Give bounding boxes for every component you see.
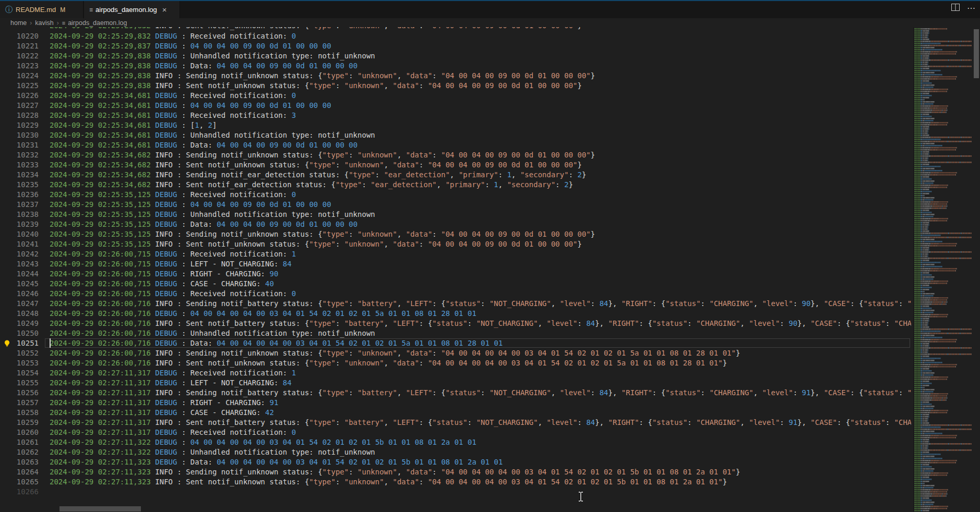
line-number: 10262 — [0, 447, 39, 457]
log-line[interactable]: 102612024-09-29 02:27:11,322 DEBUG : 04 … — [0, 437, 911, 447]
editor-pane[interactable]: 2024-09-29 02:25:29,832 INFO : Sent noti… — [0, 27, 980, 512]
breadcrumb-kavish[interactable]: kavish — [35, 19, 53, 27]
line-number: 10220 — [0, 31, 39, 41]
horizontal-scrollbar-thumb[interactable] — [59, 506, 141, 511]
tab-readme[interactable]: ⓘ README.md M — [0, 1, 83, 18]
line-number: 10224 — [0, 71, 39, 81]
log-line[interactable]: 102642024-09-29 02:27:11,323 INFO : Send… — [0, 467, 911, 477]
vscode-window: ⓘ README.md M ≡ airpods_daemon.log × ⋯ h… — [0, 0, 980, 512]
log-line[interactable]: 102592024-09-29 02:27:11,317 INFO : Sent… — [0, 418, 911, 428]
log-line[interactable]: 102582024-09-29 02:27:11,317 DEBUG : CAS… — [0, 408, 911, 418]
log-line[interactable]: 102232024-09-29 02:25:29,838 DEBUG : Dat… — [0, 61, 911, 71]
breadcrumb-home[interactable]: home — [10, 19, 27, 27]
log-line[interactable]: 102212024-09-29 02:25:29,837 DEBUG : 04 … — [0, 41, 911, 51]
log-line[interactable]: 102452024-09-29 02:26:00,715 DEBUG : CAS… — [0, 279, 911, 289]
minimap[interactable] — [914, 27, 972, 512]
line-number: 10260 — [0, 428, 39, 437]
line-number: 10222 — [0, 51, 39, 61]
line-number: 10251 — [0, 338, 39, 348]
log-line[interactable]: 102382024-09-29 02:25:35,125 DEBUG : Unh… — [0, 210, 911, 220]
log-line[interactable]: 102492024-09-29 02:26:00,716 INFO : Sent… — [0, 319, 911, 328]
line-number: 10236 — [0, 190, 39, 200]
line-number: 10244 — [0, 269, 39, 279]
git-modified-badge: M — [60, 6, 65, 14]
log-file-icon: ≡ — [62, 20, 65, 26]
line-number: 10266 — [0, 487, 39, 497]
log-line[interactable]: 102302024-09-29 02:25:34,681 DEBUG : Unh… — [0, 130, 911, 140]
minimap-border — [913, 27, 914, 512]
line-number: 10231 — [0, 140, 39, 150]
more-actions-icon[interactable]: ⋯ — [967, 3, 976, 13]
log-line[interactable]: 102632024-09-29 02:27:11,323 DEBUG : Dat… — [0, 457, 911, 467]
log-line[interactable]: 102462024-09-29 02:26:00,715 DEBUG : Rec… — [0, 289, 911, 299]
log-line[interactable]: 102522024-09-29 02:26:00,716 INFO : Send… — [0, 348, 911, 358]
line-number: 10264 — [0, 467, 39, 477]
line-number: 10259 — [0, 418, 39, 428]
log-line[interactable]: 102242024-09-29 02:25:29,838 INFO : Send… — [0, 71, 911, 81]
line-number: 10228 — [0, 111, 39, 120]
log-line[interactable]: 102432024-09-29 02:26:00,715 DEBUG : LEF… — [0, 259, 911, 269]
log-line[interactable]: 102392024-09-29 02:25:35,125 DEBUG : Dat… — [0, 220, 911, 229]
log-line[interactable]: 102652024-09-29 02:27:11,323 INFO : Sent… — [0, 477, 911, 487]
log-line[interactable]: 102272024-09-29 02:25:34,681 DEBUG : 04 … — [0, 101, 911, 111]
line-number: 10229 — [0, 120, 39, 130]
line-number: 10223 — [0, 61, 39, 71]
log-line[interactable]: 102562024-09-29 02:27:11,317 INFO : Send… — [0, 388, 911, 398]
horizontal-scrollbar[interactable] — [0, 506, 911, 511]
log-line[interactable]: 102532024-09-29 02:26:00,716 INFO : Sent… — [0, 358, 911, 368]
log-line[interactable]: 102282024-09-29 02:25:34,681 DEBUG : Rec… — [0, 111, 911, 120]
log-line[interactable]: 102622024-09-29 02:27:11,322 DEBUG : Unh… — [0, 447, 911, 457]
tab-label: README.md — [16, 6, 56, 14]
log-line[interactable]: 102202024-09-29 02:25:29,832 DEBUG : Rec… — [0, 31, 911, 41]
vertical-scrollbar-thumb[interactable] — [974, 29, 979, 78]
window-top-accent — [0, 0, 980, 1]
info-icon: ⓘ — [5, 5, 13, 15]
log-line[interactable]: 102262024-09-29 02:25:34,681 DEBUG : Rec… — [0, 91, 911, 101]
log-line[interactable]: 102502024-09-29 02:26:00,716 DEBUG : Unh… — [0, 328, 911, 338]
log-line[interactable]: 102412024-09-29 02:25:35,125 INFO : Sent… — [0, 239, 911, 249]
log-line-partial: 2024-09-29 02:25:29,832 INFO : Sent noti… — [0, 27, 911, 31]
line-number: 10247 — [0, 299, 39, 309]
line-number: 10252 — [0, 348, 39, 358]
log-line[interactable]: 102572024-09-29 02:27:11,317 DEBUG : RIG… — [0, 398, 911, 408]
split-editor-icon[interactable] — [951, 4, 960, 13]
log-line[interactable]: 102342024-09-29 02:25:34,682 INFO : Send… — [0, 170, 911, 180]
breadcrumb: home › kavish › ≡ airpods_daemon.log — [0, 18, 980, 27]
line-number: 10261 — [0, 437, 39, 447]
breadcrumb-filename[interactable]: airpods_daemon.log — [68, 19, 127, 27]
log-line[interactable]: 102252024-09-29 02:25:29,838 INFO : Sent… — [0, 81, 911, 91]
log-line[interactable]: 102352024-09-29 02:25:34,682 INFO : Sent… — [0, 180, 911, 190]
tab-airpods-daemon-log[interactable]: ≡ airpods_daemon.log × — [84, 1, 180, 18]
line-number: 10242 — [0, 249, 39, 259]
log-line[interactable]: 102332024-09-29 02:25:34,682 INFO : Sent… — [0, 160, 911, 170]
log-line[interactable]: 102482024-09-29 02:26:00,716 DEBUG : 04 … — [0, 309, 911, 319]
line-number: 10233 — [0, 160, 39, 170]
line-number: 10255 — [0, 378, 39, 388]
log-line[interactable]: 102322024-09-29 02:25:34,682 INFO : Send… — [0, 150, 911, 160]
log-line[interactable]: 102312024-09-29 02:25:34,681 DEBUG : Dat… — [0, 140, 911, 150]
log-line[interactable]: 10266 — [0, 487, 911, 497]
log-line[interactable]: 102402024-09-29 02:25:35,125 INFO : Send… — [0, 229, 911, 239]
line-number: 10221 — [0, 41, 39, 51]
log-line[interactable]: 102362024-09-29 02:25:35,125 DEBUG : Rec… — [0, 190, 911, 200]
editor-actions: ⋯ — [951, 3, 976, 13]
vertical-scrollbar[interactable] — [973, 27, 980, 512]
log-line[interactable]: 102472024-09-29 02:26:00,716 INFO : Send… — [0, 299, 911, 309]
log-line[interactable]: 102602024-09-29 02:27:11,317 DEBUG : Rec… — [0, 428, 911, 437]
close-icon[interactable]: × — [162, 6, 167, 14]
line-number: 10243 — [0, 259, 39, 269]
log-line[interactable]: 102372024-09-29 02:25:35,125 DEBUG : 04 … — [0, 200, 911, 210]
line-number: 10248 — [0, 309, 39, 319]
log-line[interactable]: 102222024-09-29 02:25:29,838 DEBUG : Unh… — [0, 51, 911, 61]
line-number: 10232 — [0, 150, 39, 160]
code-area[interactable]: 2024-09-29 02:25:29,832 INFO : Sent noti… — [0, 27, 911, 512]
log-line[interactable]: 102442024-09-29 02:26:00,715 DEBUG : RIG… — [0, 269, 911, 279]
log-line[interactable]: 102542024-09-29 02:27:11,317 DEBUG : Rec… — [0, 368, 911, 378]
log-line[interactable]: 102512024-09-29 02:26:00,716 DEBUG : Dat… — [0, 338, 911, 348]
line-number: 10234 — [0, 170, 39, 180]
line-number: 10245 — [0, 279, 39, 289]
log-line[interactable]: 102422024-09-29 02:26:00,715 DEBUG : Rec… — [0, 249, 911, 259]
log-line[interactable]: 102292024-09-29 02:25:34,681 DEBUG : [1,… — [0, 120, 911, 130]
log-line[interactable]: 102552024-09-29 02:27:11,317 DEBUG : LEF… — [0, 378, 911, 388]
line-number: 10253 — [0, 358, 39, 368]
